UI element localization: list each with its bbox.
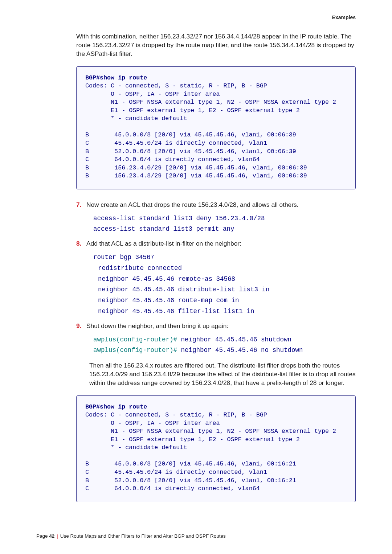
code-command-2: BGP#show ip route [85, 403, 147, 410]
step-9-code-line-1: awplus(config-router)# neighbor 45.45.45… [93, 335, 356, 345]
code-box-show-ip-route-2: BGP#show ip route Codes: C - connected, … [76, 395, 356, 502]
step-7-code: access-list standard list3 deny 156.23.4… [93, 213, 356, 235]
step-8-number: 8. [76, 239, 86, 249]
step-9-code-line-2: awplus(config-router)# neighbor 45.45.45… [93, 345, 356, 356]
step-8-text: Add that ACL as a distribute-list in-fil… [86, 239, 348, 249]
step-9-text: Shut down the neighbor, and then bring i… [86, 321, 348, 331]
cli-output-1: neighbor 45.45.45.46 shutdown [181, 336, 292, 343]
step-7: 7.Now create an ACL that drops the route… [76, 200, 356, 210]
footer-page-label: Page [36, 533, 49, 539]
step-9: 9.Shut down the neighbor, and then bring… [76, 321, 356, 331]
intro-paragraph: With this combination, neither 156.23.4.… [76, 32, 356, 58]
footer-separator: | [54, 533, 60, 539]
step-9-number: 9. [76, 321, 86, 331]
code-command-1: BGP#show ip route [85, 74, 147, 81]
step-8: 8.Add that ACL as a distribute-list in-f… [76, 239, 356, 249]
code-body-2: Codes: C - connected, S - static, R - RI… [85, 411, 336, 492]
footer-page-number: 42 [49, 533, 54, 539]
step-9-paragraph: Then all the 156.23.4.x routes are filte… [89, 361, 356, 387]
cli-output-2: neighbor 45.45.45.46 no shutdown [181, 346, 303, 354]
step-7-number: 7. [76, 200, 86, 210]
code-body-1: Codes: C - connected, S - static, R - RI… [85, 82, 336, 179]
page-footer: Page 42|Use Route Maps and Other Filters… [36, 533, 226, 539]
cli-prompt-1: awplus(config-router)# [93, 336, 181, 343]
step-8-code: router bgp 34567 redistribute connectedn… [93, 252, 356, 317]
step-7-text: Now create an ACL that drops the route 1… [86, 200, 348, 210]
cli-prompt-2: awplus(config-router)# [93, 346, 181, 354]
footer-title: Use Route Maps and Other Filters to Filt… [60, 533, 226, 539]
code-box-show-ip-route-1: BGP#show ip route Codes: C - connected, … [76, 66, 356, 189]
header-section: Examples [332, 15, 356, 20]
